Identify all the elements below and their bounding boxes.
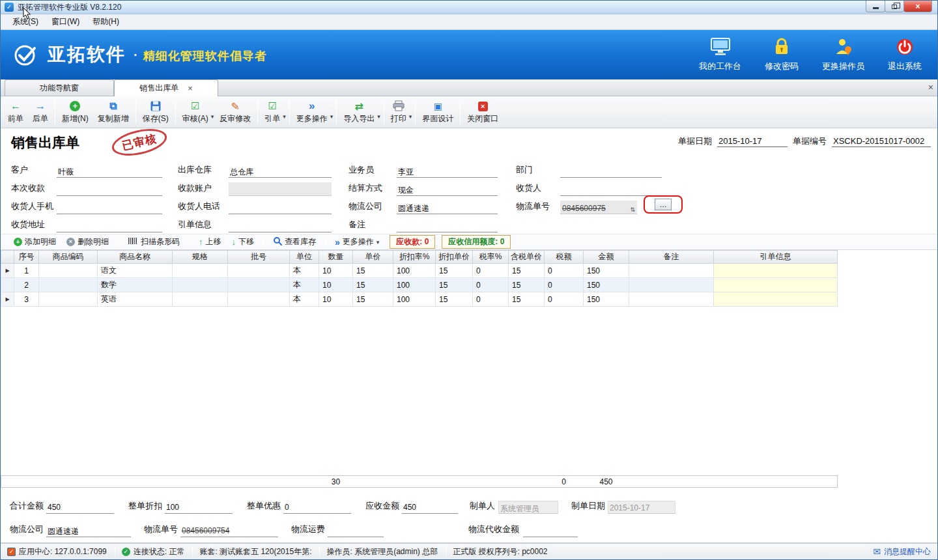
total-amount-field[interactable]: 450	[46, 501, 114, 514]
close-button[interactable]: ×	[903, 1, 932, 12]
customer-field[interactable]: 叶薇	[57, 164, 162, 178]
grid-cell[interactable]: 15	[436, 292, 473, 307]
grid-cell[interactable]	[714, 264, 838, 278]
copy-new-button[interactable]: ⧉复制新增	[93, 98, 134, 126]
salesman-field[interactable]: 李亚	[397, 164, 498, 178]
grid-cell[interactable]: 15	[509, 278, 545, 292]
spinner-icon[interactable]: ⇅	[630, 206, 635, 213]
tabstrip-close-icon[interactable]: ×	[928, 82, 933, 92]
department-field[interactable]	[560, 164, 662, 178]
grid-column-header[interactable]: 单位	[290, 251, 319, 264]
grid-column-header[interactable]: 备注	[629, 251, 714, 264]
exit-system-button[interactable]: 退出系统	[888, 37, 922, 72]
grid-cell[interactable]: 100	[393, 264, 436, 278]
logistics-no-browse-button[interactable]: …	[655, 199, 672, 210]
grid-cell[interactable]: 0	[473, 264, 509, 278]
scan-barcode-button[interactable]: 扫描条形码	[124, 235, 184, 249]
consignee-mobile-field[interactable]	[57, 201, 162, 214]
menu-system[interactable]: 系统(S)	[6, 14, 45, 29]
dropdown-arrow-icon[interactable]: ▾	[409, 104, 412, 120]
grid-cell[interactable]: 15	[509, 292, 545, 307]
dropdown-arrow-icon[interactable]: ▾	[330, 104, 334, 120]
grid-column-header[interactable]: 序号	[14, 251, 39, 264]
change-password-button[interactable]: 修改密码	[765, 37, 799, 72]
grid-cell[interactable]: 0	[545, 264, 584, 278]
workbench-button[interactable]: 我的工作台	[699, 37, 741, 72]
grid-column-header[interactable]: 含税单价	[509, 251, 545, 264]
dropdown-arrow-icon[interactable]: ▾	[377, 104, 380, 120]
move-up-button[interactable]: ↑上移	[195, 235, 225, 249]
grid-cell[interactable]	[714, 292, 838, 307]
grid-cell[interactable]: 15	[509, 264, 545, 278]
grid-cell[interactable]	[173, 278, 228, 292]
consignee-field[interactable]	[560, 182, 662, 196]
grid-row[interactable]: ▶1语文本1015100150150150	[1, 264, 838, 278]
tab-sales-outbound[interactable]: 销售出库单 ×	[114, 79, 218, 96]
grid-column-header[interactable]: 商品编码	[39, 251, 98, 264]
grid-cell[interactable]: 0	[545, 278, 584, 292]
row-marker[interactable]	[1, 278, 14, 292]
warehouse-field[interactable]: 总仓库	[229, 164, 332, 178]
order-rebate-field[interactable]: 0	[283, 501, 351, 514]
grid-cell[interactable]: 15	[436, 264, 473, 278]
tab-close-icon[interactable]: ×	[188, 84, 193, 92]
more-actions-button[interactable]: »更多操作	[292, 98, 332, 126]
receivable-amount-field[interactable]: 450	[402, 501, 458, 514]
minimize-button[interactable]	[866, 1, 885, 12]
menu-window[interactable]: 窗口(W)	[45, 14, 86, 29]
grid-row[interactable]: ▶3英语本1015100150150150	[1, 292, 838, 307]
logistics-no-field[interactable]: 0845600975 ⇅	[560, 201, 637, 214]
grid-cell[interactable]: 2	[14, 278, 39, 292]
prev-order-button[interactable]: ←前单	[3, 98, 28, 126]
grid-cell[interactable]	[714, 278, 838, 292]
new-button[interactable]: +新增(N)	[57, 98, 93, 126]
grid-cell[interactable]: 本	[290, 278, 319, 292]
grid-cell[interactable]: 0	[473, 278, 509, 292]
save-button[interactable]: 保存(S)	[138, 98, 173, 126]
doc-no-value[interactable]: XSCKD-20151017-0002	[832, 136, 931, 147]
grid-column-header[interactable]: 折扣单价	[436, 251, 473, 264]
grid-cell[interactable]	[629, 292, 714, 307]
unaudit-edit-button[interactable]: ✎反审修改	[215, 98, 255, 126]
grid-cell[interactable]: 150	[584, 292, 629, 307]
grid-cell[interactable]: 3	[14, 292, 39, 307]
add-line-button[interactable]: +添加明细	[10, 235, 60, 249]
grid-row[interactable]: 2数学本1015100150150150	[1, 278, 838, 292]
message-center-link[interactable]: 消息提醒中心	[884, 546, 931, 557]
grid-cell[interactable]: 0	[545, 292, 584, 307]
next-order-button[interactable]: →后单	[28, 98, 53, 126]
grid-column-header[interactable]: 数量	[319, 251, 353, 264]
switch-operator-button[interactable]: 更换操作员	[822, 37, 864, 72]
view-stock-button[interactable]: 查看库存	[269, 235, 320, 249]
close-window-button[interactable]: ×关闭窗口	[462, 98, 503, 126]
grid-cell[interactable]: 100	[393, 278, 436, 292]
credit-limit-badge[interactable]: 应收信用额度: 0	[442, 235, 511, 249]
grid-cell[interactable]: 15	[353, 264, 393, 278]
grid-cell[interactable]	[228, 278, 290, 292]
menu-help[interactable]: 帮助(H)	[86, 14, 126, 29]
grid-cell[interactable]: 数学	[98, 278, 173, 292]
doc-date-value[interactable]: 2015-10-17	[717, 136, 788, 147]
grid-cell[interactable]: 语文	[98, 264, 173, 278]
grid-cell[interactable]: 本	[290, 264, 319, 278]
grid-cell[interactable]	[629, 264, 714, 278]
grid-cell[interactable]: 10	[319, 292, 353, 307]
logistics-company-field[interactable]: 圆通速递	[46, 524, 131, 537]
remark-field[interactable]	[397, 219, 498, 232]
grid-cell[interactable]: 15	[353, 292, 393, 307]
address-field[interactable]	[57, 219, 162, 232]
import-export-button[interactable]: ⇄导入导出	[339, 98, 379, 126]
grid-cell[interactable]: 150	[584, 278, 629, 292]
pull-order-button[interactable]: ☑引单	[260, 98, 285, 126]
grid-column-header[interactable]: 折扣率%	[393, 251, 436, 264]
grid-column-header[interactable]: 引单信息	[714, 251, 838, 264]
grid-cell[interactable]: 1	[14, 264, 39, 278]
grid-column-header[interactable]: 商品名称	[98, 251, 173, 264]
account-field[interactable]	[229, 182, 332, 196]
print-button[interactable]: 打印	[386, 98, 411, 126]
restore-button[interactable]	[885, 1, 904, 12]
payment-field[interactable]	[57, 182, 162, 196]
grid-column-header[interactable]: 金额	[584, 251, 629, 264]
row-marker[interactable]: ▶	[1, 264, 14, 278]
grid-cell[interactable]	[173, 264, 228, 278]
